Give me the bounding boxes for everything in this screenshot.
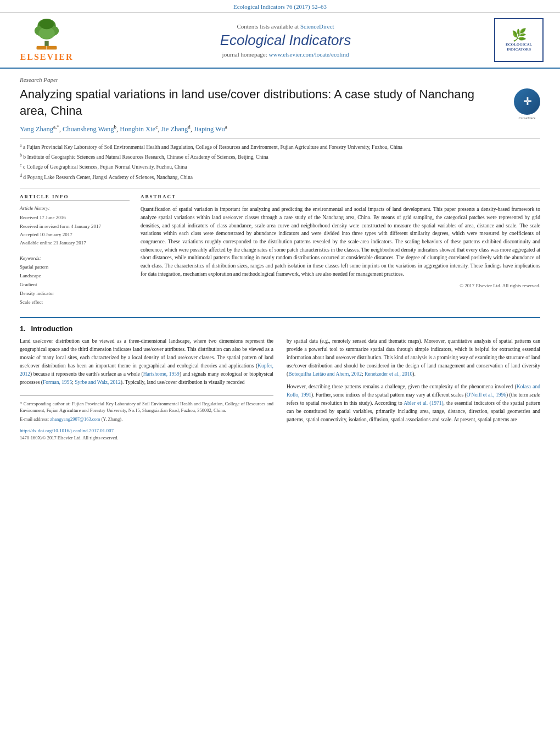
keywords-list: Spatial pattern Landscape Gradient Densi… (20, 263, 130, 307)
intro-section: 1. Introduction Land use/cover distribut… (20, 317, 540, 442)
kw-gradient: Gradient (20, 280, 130, 289)
author-yang-zhang[interactable]: Yang Zhang (20, 126, 53, 133)
email-suffix: (Y. Zhang). (102, 416, 123, 422)
copyright-line: © 2017 Elsevier Ltd. All rights reserved… (141, 283, 540, 288)
keywords-header: Keywords: (20, 255, 130, 261)
authors-line: Yang Zhanga,*, Chuansheng Wangb, Hongbin… (20, 124, 540, 133)
elsevier-logo: ELSEVIER (16, 18, 77, 62)
elsevier-tree-icon (25, 18, 69, 51)
kw-spatial-pattern: Spatial pattern (20, 263, 130, 271)
email-line: E-mail address: zhangyang2907@163.com (Y… (20, 416, 273, 423)
research-paper-label: Research Paper (20, 76, 540, 83)
eco-logo-text: ECOLOGICALINDICATORS (506, 42, 532, 52)
ref-renetzeder[interactable]: Renetzeder et al., 2010 (365, 371, 412, 377)
ref-oneill[interactable]: O'Neill et al., 1996 (467, 392, 506, 398)
author-jiaping-wu[interactable]: Jiaping Wu (194, 126, 225, 133)
email-link[interactable]: zhangyang2907@163.com (50, 416, 100, 422)
received-date: Received 17 June 2016 (20, 214, 130, 222)
intro-title: 1. Introduction (20, 325, 540, 333)
kw-landscape: Landscape (20, 271, 130, 280)
doi-link[interactable]: http://dx.doi.org/10.1016/j.ecolind.2017… (20, 428, 114, 433)
crossmark-badge: ✛ CrossMark (514, 88, 540, 115)
affil-a: a a Fujian Provincial Key Laboratory of … (20, 142, 540, 151)
abstract-col: ABSTRACT Quantification of spatial varia… (141, 194, 540, 306)
abstract-text: Quantification of spatial variation is i… (141, 205, 540, 278)
footnote-section: * Corresponding author at: Fujian Provin… (20, 395, 273, 442)
crossmark-icon: ✛ (514, 88, 540, 115)
intro-col2: by spatial data (e.g., remotely sensed d… (287, 337, 540, 442)
journal-header: ELSEVIER Contents lists available at Sci… (0, 13, 560, 69)
author-chuansheng-wang[interactable]: Chuansheng Wang (63, 126, 114, 133)
affiliations: a a Fujian Provincial Key Laboratory of … (20, 138, 540, 182)
ref-hartshorne[interactable]: Hartshorne, 1959 (143, 371, 180, 377)
article-info-col: ARTICLE INFO Article history: Received 1… (20, 194, 130, 306)
affil-c: c c College of Geographical Sciences, Fu… (20, 162, 540, 171)
journal-logo-right: 🌿 ECOLOGICALINDICATORS (494, 18, 544, 62)
journal-ref: Ecological Indicators 76 (2017) 52–63 (233, 3, 327, 10)
author-hongbin-xie[interactable]: Hongbin Xie (120, 126, 155, 133)
homepage-link[interactable]: www.elsevier.com/locate/ecolind (269, 51, 349, 58)
keywords-section: Keywords: Spatial pattern Landscape Grad… (20, 255, 130, 307)
article-title-row: Analyzing spatial variations in land use… (20, 86, 540, 119)
intro-col1: Land use/cover distribution can be viewe… (20, 337, 273, 442)
kw-density-indicator: Density indicator (20, 289, 130, 298)
ref-forman[interactable]: Forman, 1995 (43, 380, 72, 385)
crossmark-label: CrossMark (514, 116, 540, 120)
affil-d: d d Poyang Lake Research Center, Jiangxi… (20, 172, 540, 181)
footnote-star-text: * Corresponding author at: Fujian Provin… (20, 400, 273, 415)
journal-center: Contents lists available at ScienceDirec… (77, 23, 494, 58)
page: Ecological Indicators 76 (2017) 52–63 EL… (0, 0, 560, 742)
ref-botequilha[interactable]: Botequilha Leitão and Ahern, 2002 (288, 371, 362, 377)
author-jie-zhang[interactable]: Jie Zhang (161, 126, 188, 133)
svg-point-5 (40, 19, 54, 29)
ref-abler[interactable]: Abler et al. (1971) (404, 400, 443, 406)
article-info-abstract-row: ARTICLE INFO Article history: Received 1… (20, 188, 540, 306)
intro-body-cols: Land use/cover distribution can be viewe… (20, 337, 540, 442)
issn-line: 1470-160X/© 2017 Elsevier Ltd. All right… (20, 434, 273, 442)
sciencedirect-link[interactable]: ScienceDirect (300, 23, 334, 30)
intro-para-3: However, describing these patterns remai… (287, 383, 540, 424)
online-date: Available online 21 January 2017 (20, 239, 130, 247)
email-label: E-mail address: (20, 416, 49, 422)
kw-scale-effect: Scale effect (20, 298, 130, 306)
journal-title-header: Ecological Indicators (77, 32, 494, 49)
intro-para-2: by spatial data (e.g., remotely sensed d… (287, 337, 540, 378)
abstract-header: ABSTRACT (141, 194, 540, 201)
doi-line: http://dx.doi.org/10.1016/j.ecolind.2017… (20, 427, 273, 435)
history-header: Article history: (20, 204, 130, 213)
elsevier-wordmark: ELSEVIER (20, 52, 74, 62)
journal-homepage: journal homepage: www.elsevier.com/locat… (77, 51, 494, 58)
article-body: Research Paper Analyzing spatial variati… (0, 69, 560, 449)
article-info-header: ARTICLE INFO (20, 194, 130, 201)
article-title: Analyzing spatial variations in land use… (20, 86, 514, 119)
eco-logo-icon: 🌿 (512, 28, 527, 42)
journal-top-bar: Ecological Indicators 76 (2017) 52–63 (0, 0, 560, 13)
accepted-date: Accepted 10 January 2017 (20, 231, 130, 239)
intro-para-1: Land use/cover distribution can be viewe… (20, 337, 273, 387)
ref-syrbe[interactable]: Syrbe and Walz, 2012 (75, 380, 121, 385)
history-section: Article history: Received 17 June 2016 R… (20, 204, 130, 247)
revised-date: Received in revised form 4 January 2017 (20, 222, 130, 231)
affil-b: b b Institute of Geographic Sciences and… (20, 152, 540, 161)
contents-line: Contents lists available at ScienceDirec… (77, 23, 494, 30)
